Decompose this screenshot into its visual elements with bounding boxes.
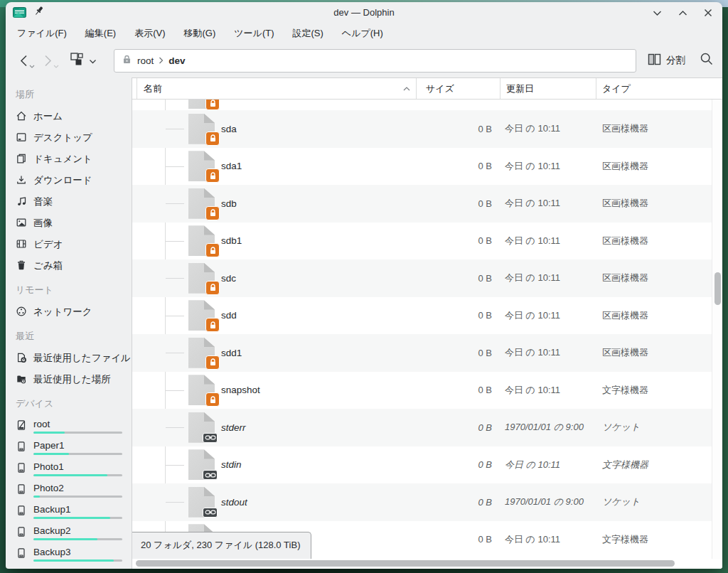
symlink-emblem-icon [203,508,218,518]
sidebar-item-Backup3[interactable]: Backup3 [6,542,132,564]
menu-item-label: ファイル(F) [17,28,67,38]
section-items: ネットワーク [6,301,132,322]
file-date: 今日 の 10:11 [500,185,596,223]
file-row[interactable]: sda 0 B 今日 の 10:11 区画様機器 [132,110,722,148]
menu-item[interactable]: ファイル(F) [8,24,76,43]
sidebar-item-ドキュメント[interactable]: ドキュメント [6,148,132,169]
minimize-button[interactable] [653,10,662,16]
menu-item[interactable]: 編集(E) [76,24,125,43]
sidebar-item-Photo1[interactable]: Photo1 [6,457,132,478]
usage-fill [33,517,110,519]
menu-item[interactable]: 表示(V) [125,24,174,43]
menu-item-label: 編集(E) [85,28,116,38]
file-row[interactable]: sda1 0 B 今日 の 10:11 区画様機器 [132,148,722,186]
file-icon [188,100,215,109]
sidebar-item-label: ダウンロード [33,175,92,186]
sidebar-item-icon [16,132,27,143]
file-name: sdb [221,198,237,209]
file-row[interactable]: sdb1 0 B 今日 の 10:11 区画様機器 [132,223,722,260]
vertical-scrollbar[interactable] [712,100,722,559]
search-button[interactable] [700,52,714,69]
column-header-modified[interactable]: 更新日 [500,78,596,99]
sidebar-item-Photo2[interactable]: Photo2 [6,478,132,500]
view-mode-button[interactable] [70,52,97,69]
file-row[interactable]: sdd1 0 B 今日 の 10:11 区画様機器 [132,334,722,372]
file-date: 今日 の 10:11 [500,148,596,186]
menu-item[interactable]: 移動(G) [175,24,225,43]
file-icon [188,300,215,331]
file-size [417,100,500,110]
horizontal-scrollbar[interactable] [132,559,722,569]
file-date: 今日 の 10:11 [500,223,596,260]
file-size: 0 B [417,148,500,186]
sidebar-item-ごみ箱[interactable]: ごみ箱 [6,255,132,276]
desktop: { "window": { "title": "dev — Dolphin" }… [0,0,728,573]
column-header-modified-label: 更新日 [506,82,534,95]
sidebar-item-label: Backup2 [33,525,71,536]
sidebar-item-画像[interactable]: 画像 [6,212,132,233]
back-button[interactable] [14,50,33,71]
sidebar-item-label: ごみ箱 [33,260,63,271]
breadcrumb-segment-root[interactable]: root [137,55,154,66]
section-header: リモート [6,276,132,301]
file-row[interactable]: sdc 0 B 今日 の 10:11 区画様機器 [132,259,722,297]
file-date: 今日 の 10:11 [500,334,596,372]
sidebar-item-音楽[interactable]: 音楽 [6,191,132,212]
sidebar-item-icon [16,441,27,452]
file-type: 区画様機器 [596,259,722,297]
sidebar-item-ダウンロード[interactable]: ダウンロード [6,169,132,191]
sidebar-item-ネットワーク[interactable]: ネットワーク [6,301,132,322]
sidebar-item-icon [16,217,27,228]
menu-item[interactable]: ツール(T) [225,24,283,43]
file-row[interactable]: stderr 0 B 1970/01/01 の 9:00 ソケット [132,409,722,446]
file-row[interactable] [132,100,722,110]
sidebar-item-デスクトップ[interactable]: デスクトップ [6,127,132,148]
lock-emblem-icon [205,392,220,407]
file-row[interactable]: sdb 0 B 今日 の 10:11 区画様機器 [132,185,722,223]
section-header: 最近 [6,322,132,347]
sidebar-item-ビデオ[interactable]: ビデオ [6,233,132,255]
file-type: ソケット [596,409,722,446]
file-row[interactable]: stdin 0 B 今日 の 10:11 文字様機器 [132,446,722,484]
status-bar-summary: 20 フォルダ, 230 ファイル (128.0 TiB) [132,532,311,559]
forward-history-chevron-icon[interactable] [53,58,59,71]
sidebar-item-icon [16,196,27,207]
sidebar-item-root[interactable]: root [6,414,132,436]
tree-branch-line [166,316,184,316]
sidebar-item-Paper1[interactable]: Paper1 [6,436,132,457]
sidebar-item-icon [16,174,27,186]
titlebar[interactable]: dev — Dolphin [6,2,722,23]
section-items: 最近使用したファイル 最近使用した場所 [6,347,132,390]
file-row[interactable]: stdout 0 B 1970/01/01 の 9:00 ソケット [132,483,722,521]
forward-button[interactable] [38,50,57,71]
back-history-chevron-icon[interactable] [29,58,35,71]
usage-bar [33,432,122,434]
sidebar-item-最近使用したファイル[interactable]: 最近使用したファイル [6,347,132,368]
location-bar[interactable]: root dev [114,49,636,73]
column-header-size[interactable]: サイズ [417,78,500,99]
file-name: stderr [221,422,246,433]
pin-icon[interactable] [34,6,45,20]
file-row[interactable]: sdd 0 B 今日 の 10:11 区画様機器 [132,297,722,335]
sidebar-item-Backup2[interactable]: Backup2 [6,521,132,542]
split-view-button[interactable]: 分割 [648,53,685,68]
sidebar-item-ホーム[interactable]: ホーム [6,105,132,127]
column-header-name[interactable]: 名前 [136,78,417,99]
dolphin-app-icon [13,6,26,21]
vertical-scrollbar-thumb[interactable] [714,272,721,305]
file-type: 文字様機器 [596,446,722,484]
window-title: dev — Dolphin [6,2,722,23]
column-header-type[interactable]: タイプ [596,78,722,99]
sidebar-item-icon [16,526,27,537]
sidebar-item-Backup1[interactable]: Backup1 [6,500,132,521]
file-icon [188,375,215,405]
sidebar-item-最近使用した場所[interactable]: 最近使用した場所 [6,368,132,390]
horizontal-scrollbar-thumb[interactable] [136,560,675,567]
file-row[interactable]: snapshot 0 B 今日 の 10:11 文字様機器 [132,372,722,409]
view-mode-icon [70,52,84,69]
close-button[interactable] [704,9,712,17]
menu-item[interactable]: ヘルプ(H) [333,24,392,43]
menu-item[interactable]: 設定(S) [284,24,333,43]
breadcrumb-segment-dev[interactable]: dev [168,55,185,66]
maximize-button[interactable] [678,10,687,16]
